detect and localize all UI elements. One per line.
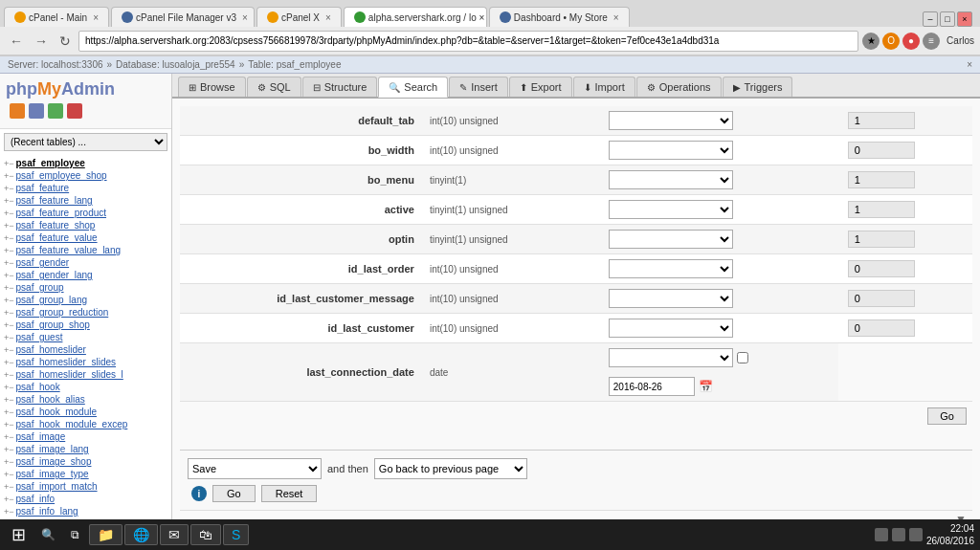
taskbar-app-mail[interactable]: ✉ xyxy=(160,524,189,545)
breadcrumb-collapse[interactable]: × xyxy=(967,59,972,70)
tab-operations[interactable]: ⚙ Operations xyxy=(636,77,722,97)
sidebar-item-psaf_group[interactable]: +− psaf_group xyxy=(0,281,171,294)
sidebar-item-psaf_group_shop[interactable]: +− psaf_group_shop xyxy=(0,319,171,331)
sidebar-item-psaf_hook_module_excep[interactable]: +− psaf_hook_module_excep xyxy=(0,418,171,430)
field-select-default_tab[interactable] xyxy=(609,111,733,130)
taskbar-tray: 22:04 26/08/2016 xyxy=(875,522,974,547)
sidebar-item-psaf_guest[interactable]: +− psaf_guest xyxy=(0,331,171,343)
field-select-active[interactable] xyxy=(609,200,733,219)
field-type-last_connection_date: date xyxy=(424,343,603,402)
star-icon[interactable]: ★ xyxy=(862,33,880,50)
field-select-id_last_customer_message[interactable] xyxy=(609,289,733,308)
sidebar-item-psaf_gender[interactable]: +− psaf_gender xyxy=(0,256,171,269)
exit-icon[interactable] xyxy=(67,103,82,119)
addon-icon-2[interactable]: ● xyxy=(902,33,920,50)
minimize-btn[interactable]: – xyxy=(923,11,938,27)
settings-icon[interactable] xyxy=(48,103,63,119)
calendar-icon[interactable]: 📅 xyxy=(699,380,713,393)
field-select-bo_width[interactable] xyxy=(609,141,733,160)
tab-search[interactable]: 🔍 Search xyxy=(378,77,448,98)
save-select[interactable]: Save Save and stay Save as copy xyxy=(188,458,322,479)
insert-icon: ✎ xyxy=(459,82,467,93)
tab-triggers[interactable]: ▶ Triggers xyxy=(723,77,793,97)
task-view-button[interactable]: ⧉ xyxy=(65,526,85,543)
taskbar-app-browser[interactable]: 🌐 xyxy=(124,524,158,545)
field-select-bo_menu[interactable] xyxy=(609,170,733,189)
maximize-btn[interactable]: □ xyxy=(940,11,955,27)
sidebar-item-psaf_employee_shop[interactable]: +− psaf_employee_shop xyxy=(0,169,171,182)
sidebar-item-psaf_image[interactable]: +− psaf_image xyxy=(0,430,171,443)
sidebar-item-psaf_group_lang[interactable]: +− psaf_group_lang xyxy=(0,294,171,306)
sidebar-item-psaf_homeslider[interactable]: +− psaf_homeslider xyxy=(0,343,171,356)
close-btn[interactable]: × xyxy=(957,11,972,27)
tab-dashboard[interactable]: Dashboard • My Store × xyxy=(489,7,630,27)
field-null-checkbox-last_connection_date[interactable] xyxy=(737,352,748,363)
breadcrumb-server: Server: localhost:3306 xyxy=(8,59,103,70)
reset-button[interactable]: Reset xyxy=(261,485,318,502)
sidebar-item-psaf_homeslider_slides[interactable]: +− psaf_homeslider_slides xyxy=(0,356,171,368)
sidebar-item-psaf_feature_product[interactable]: +− psaf_feature_product xyxy=(0,207,171,219)
sidebar-item-psaf_info_lang[interactable]: +− psaf_info_lang xyxy=(0,505,171,517)
submit-go-button[interactable]: Go xyxy=(212,485,256,502)
sidebar-item-psaf_info[interactable]: +− psaf_info xyxy=(0,493,171,505)
sidebar-item-psaf_feature_lang[interactable]: +− psaf_feature_lang xyxy=(0,194,171,207)
sidebar-item-psaf_import_match[interactable]: +− psaf_import_match xyxy=(0,480,171,493)
field-select-id_last_order[interactable] xyxy=(609,259,733,278)
sidebar-item-psaf_feature_shop[interactable]: +− psaf_feature_shop xyxy=(0,219,171,231)
sidebar-item-psaf_homeslider_slides_l[interactable]: +− psaf_homeslider_slides_l xyxy=(0,368,171,381)
field-select-id_last_customer[interactable] xyxy=(609,319,733,338)
addon-icon-1[interactable]: O xyxy=(882,33,900,50)
start-button[interactable]: ⊞ xyxy=(6,522,32,547)
export-icon: ⬆ xyxy=(520,82,527,93)
go-back-to-previous-select[interactable]: Go back to previous page Go back to next… xyxy=(374,458,527,479)
tab-browse[interactable]: ⊞ Browse xyxy=(178,77,246,97)
tab-close-5[interactable]: × xyxy=(613,12,619,23)
tab-cpanel-fm[interactable]: cPanel File Manager v3 × xyxy=(111,7,255,27)
tab-cpanel-main[interactable]: cPanel - Main × xyxy=(4,7,109,27)
tab-servershark[interactable]: alpha.servershark.org / lo × × xyxy=(344,7,487,27)
sidebar-item-psaf_hook_module[interactable]: +− psaf_hook_module xyxy=(0,406,171,418)
back-button[interactable]: ← xyxy=(6,32,27,51)
tab-export[interactable]: ⬆ Export xyxy=(509,77,572,97)
db-item-name: psaf_feature_lang xyxy=(16,195,93,206)
tab-close-2[interactable]: × xyxy=(242,12,248,23)
sidebar-item-psaf_group_reduction[interactable]: +− psaf_group_reduction xyxy=(0,306,171,319)
go-button[interactable]: Go xyxy=(927,407,967,425)
tray-icon-2 xyxy=(892,528,905,541)
tab-cpanel-x[interactable]: cPanel X × xyxy=(256,7,342,27)
home-icon[interactable] xyxy=(10,103,25,119)
table-row: id_last_customer_message int(10) unsigne… xyxy=(180,284,972,314)
db-icon[interactable] xyxy=(29,103,44,119)
sidebar-item-psaf_feature_value[interactable]: +− psaf_feature_value xyxy=(0,231,171,244)
field-select-last_connection_date[interactable] xyxy=(609,348,733,367)
info-icon[interactable]: i xyxy=(191,486,207,501)
tab-close-3[interactable]: × xyxy=(325,12,331,23)
sidebar-item-psaf_employee[interactable]: +− psaf_employee xyxy=(0,157,171,169)
forward-button[interactable]: → xyxy=(31,32,52,51)
taskbar: ⊞ 🔍 ⧉ 📁 🌐 ✉ 🛍 S 22:04 26/08/2016 xyxy=(0,519,980,550)
addon-icon-3[interactable]: ≡ xyxy=(923,33,940,50)
taskbar-app-skype[interactable]: S xyxy=(223,524,249,545)
sidebar-item-psaf_gender_lang[interactable]: +− psaf_gender_lang xyxy=(0,269,171,281)
sidebar-item-psaf_feature_value_lang[interactable]: +− psaf_feature_value_lang xyxy=(0,244,171,256)
tab-close-1[interactable]: × xyxy=(93,12,99,23)
sidebar-item-psaf_feature[interactable]: +− psaf_feature xyxy=(0,182,171,194)
sidebar-item-psaf_image_shop[interactable]: +− psaf_image_shop xyxy=(0,455,171,468)
taskbar-app-store[interactable]: 🛍 xyxy=(190,524,221,545)
sidebar-item-psaf_image_type[interactable]: +− psaf_image_type xyxy=(0,468,171,480)
field-select-optin[interactable] xyxy=(609,230,733,249)
tab-sql[interactable]: ⚙ SQL xyxy=(247,77,301,97)
tab-structure[interactable]: ⊟ Structure xyxy=(302,77,378,97)
tab-insert[interactable]: ✎ Insert xyxy=(449,77,508,97)
sidebar-item-psaf_image_lang[interactable]: +− psaf_image_lang xyxy=(0,443,171,455)
sidebar-item-psaf_hook_alias[interactable]: +− psaf_hook_alias xyxy=(0,393,171,406)
breadcrumb-table: Table: psaf_employee xyxy=(248,59,341,70)
sidebar-item-psaf_hook[interactable]: +− psaf_hook xyxy=(0,381,171,393)
search-taskbar-button[interactable]: 🔍 xyxy=(35,526,61,543)
taskbar-app-file-explorer[interactable]: 📁 xyxy=(89,524,122,545)
refresh-button[interactable]: ↻ xyxy=(56,32,75,51)
address-bar[interactable] xyxy=(78,31,858,52)
tab-import[interactable]: ⬇ Import xyxy=(573,77,635,97)
date-input-last_connection_date[interactable] xyxy=(609,377,695,396)
recent-tables-select[interactable]: (Recent tables) ... xyxy=(4,133,167,151)
